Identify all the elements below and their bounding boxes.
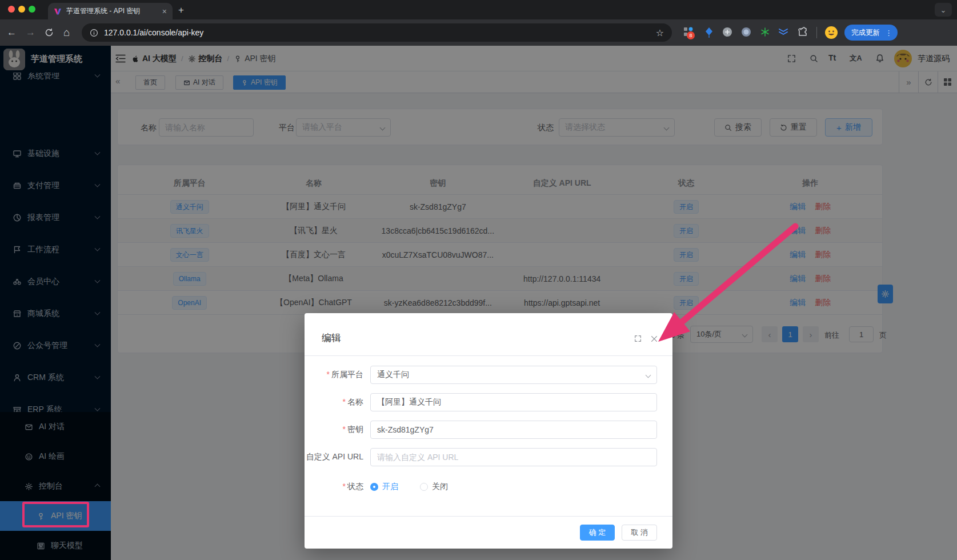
- form-row-platform: *所属平台 通义千问: [305, 366, 657, 384]
- form-row-key: *密钥: [305, 421, 657, 439]
- form-row-name: *名称: [305, 393, 657, 411]
- radio-off[interactable]: [420, 483, 428, 491]
- required-mark: *: [327, 370, 330, 379]
- confirm-button[interactable]: 确 定: [580, 525, 615, 541]
- dialog-title: 编辑: [322, 331, 341, 345]
- required-mark: *: [343, 397, 346, 406]
- radio-on-label[interactable]: 开启: [382, 482, 398, 492]
- required-mark: *: [343, 482, 346, 491]
- dialog-footer: 确 定 取 消: [305, 516, 672, 549]
- name-input[interactable]: [370, 393, 657, 411]
- pinned-extension-icon[interactable]: 8: [683, 27, 694, 37]
- traffic-light-minimize[interactable]: [18, 6, 25, 13]
- site-info-icon[interactable]: [90, 29, 98, 37]
- puzzle-extensions-icon[interactable]: [798, 27, 808, 37]
- field-label: *名称: [305, 397, 370, 407]
- kite-extension-icon[interactable]: [704, 27, 714, 38]
- address-bar[interactable]: 127.0.0.1/ai/console/api-key ☆: [82, 23, 672, 42]
- radio-on[interactable]: [370, 483, 378, 491]
- chevron-down-icon: [646, 372, 651, 378]
- radio-off-label[interactable]: 关闭: [432, 482, 448, 492]
- profile-avatar[interactable]: [824, 26, 838, 39]
- field-label: 自定义 API URL: [305, 452, 370, 462]
- field-label: *状态: [305, 482, 370, 492]
- blue-circle-extension-icon[interactable]: [741, 27, 751, 37]
- traffic-light-zoom[interactable]: [29, 6, 35, 13]
- back-icon[interactable]: ←: [7, 19, 17, 46]
- form-row-status: *状态 开启 关闭: [305, 481, 672, 493]
- browser-menu-chevron[interactable]: ⌄: [935, 3, 952, 17]
- field-label: *所属平台: [305, 370, 370, 380]
- required-mark: *: [343, 425, 346, 434]
- dialog-form: *所属平台 通义千问 *名称 *密钥 自定义 API URL *状态 开启 关闭: [305, 355, 672, 493]
- form-row-url: 自定义 API URL: [305, 448, 657, 466]
- tab-close-icon[interactable]: ×: [162, 7, 167, 16]
- home-icon[interactable]: ⌂: [63, 19, 70, 46]
- browser-toolbar: ← → ⌂ 127.0.0.1/ai/console/api-key ☆ 8 完…: [0, 19, 957, 46]
- select-value: 通义千问: [377, 370, 409, 380]
- annotation-arrow: [628, 217, 811, 354]
- browser-tabstrip: 芋道管理系统 - API 密钥 × + ⌄: [0, 0, 957, 19]
- layers-extension-icon[interactable]: [778, 27, 788, 36]
- platform-select[interactable]: 通义千问: [370, 366, 657, 384]
- toolbar-divider: [816, 27, 817, 38]
- cancel-button[interactable]: 取 消: [622, 525, 657, 541]
- browser-tab[interactable]: 芋道管理系统 - API 密钥 ×: [48, 3, 173, 19]
- field-label: *密钥: [305, 425, 370, 435]
- extension-badge: 8: [687, 31, 695, 39]
- chrome-update-button[interactable]: 完成更新 ⋮: [844, 25, 898, 41]
- bookmark-star-icon[interactable]: ☆: [656, 27, 664, 38]
- key-input[interactable]: [370, 421, 657, 439]
- new-tab-button[interactable]: +: [178, 5, 184, 16]
- edit-dialog: 编辑 *所属平台 通义千问 *名称 *密钥 自定义 API URL *状态 开启: [305, 313, 672, 549]
- update-label: 完成更新: [851, 28, 880, 38]
- more-menu-icon[interactable]: ⋮: [883, 29, 894, 37]
- url-text[interactable]: 127.0.0.1/ai/console/api-key: [104, 28, 650, 37]
- annotation-highlight-box: [22, 502, 89, 527]
- green-star-extension-icon[interactable]: [760, 27, 770, 37]
- forward-icon[interactable]: →: [26, 19, 35, 46]
- tab-title: 芋道管理系统 - API 密钥: [66, 6, 158, 16]
- custom-api-url-input[interactable]: [370, 448, 657, 466]
- traffic-light-close[interactable]: [8, 6, 15, 13]
- gray-circle-extension-icon[interactable]: [722, 27, 732, 37]
- reload-icon[interactable]: [45, 28, 54, 37]
- favicon: [54, 7, 62, 15]
